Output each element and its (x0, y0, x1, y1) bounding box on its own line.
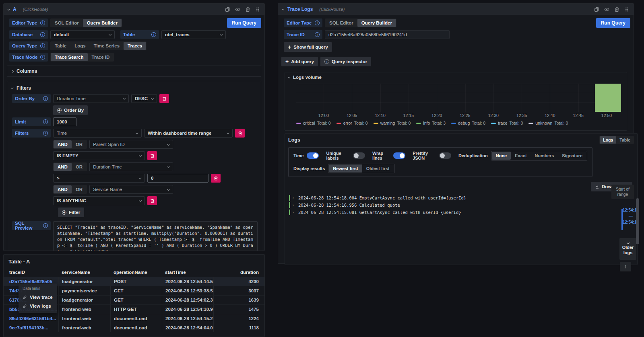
hide-response-icon[interactable] (604, 7, 609, 12)
legend-item-error[interactable]: errorTotal: 0 (336, 121, 368, 125)
option-oldest-first[interactable]: Oldest first (362, 164, 394, 173)
view-logs-menu-item[interactable]: View logs (19, 302, 57, 310)
option-logs[interactable]: Logs (600, 136, 616, 144)
legend-item-unknown[interactable]: unknownTotal: 0 (528, 121, 568, 125)
delete-query-icon[interactable] (245, 7, 250, 12)
trace-mode-group: Trace SearchTrace ID (50, 53, 114, 62)
option-newest-first[interactable]: Newest first (329, 164, 362, 173)
remove-filter-button[interactable] (235, 129, 245, 138)
option-table[interactable]: Table (616, 136, 634, 144)
legend-item-info[interactable]: infoTotal: 3 (416, 121, 446, 125)
x-axis-tick: 12:15 (403, 113, 414, 118)
option-time-series[interactable]: Time Series (90, 42, 124, 50)
prettify-json-switch[interactable] (439, 152, 451, 159)
columns-section-header[interactable]: Columns (7, 66, 261, 76)
legend-item-warning[interactable]: warningTotal: 0 (374, 121, 411, 125)
panel-a-header[interactable]: A (ClickHouse) (4, 4, 264, 15)
trace-id-link[interactable]: 9ce7af8194193b... (6, 323, 58, 332)
option-signature[interactable]: Signature (558, 152, 586, 160)
condition-operator-select[interactable]: IS ANYTHING (53, 196, 145, 205)
duplicate-query-icon[interactable] (594, 7, 599, 12)
view-trace-menu-item[interactable]: View trace (19, 293, 57, 302)
unique-labels-switch[interactable] (353, 152, 365, 159)
drag-handle-icon[interactable] (255, 7, 260, 12)
legend-item-debug[interactable]: debugTotal: 0 (451, 121, 485, 125)
scroll-to-top-button[interactable]: ↑ (620, 262, 631, 271)
option-exact[interactable]: Exact (511, 152, 530, 160)
query-inspector-button[interactable]: Query inspector (320, 57, 371, 66)
table-select[interactable]: otel_traces (161, 30, 226, 39)
x-axis-tick: 12:30 (488, 113, 499, 118)
run-query-button[interactable]: Run Query (596, 18, 630, 28)
remove-filter-button[interactable] (211, 174, 221, 183)
option-none[interactable]: None (492, 152, 511, 160)
wrap-lines-switch[interactable] (393, 152, 405, 159)
option-logs[interactable]: Logs (70, 42, 89, 50)
x-axis-ticks: 12:0012:0512:1012:1512:2012:2512:3012:35… (296, 113, 621, 119)
option-trace-id[interactable]: Trace ID (88, 53, 114, 61)
option-trace-search[interactable]: Trace Search (51, 53, 88, 61)
add-query-button[interactable]: +Add query (281, 57, 318, 66)
remove-order-by-button[interactable] (159, 94, 169, 103)
page-scrollbar-thumb[interactable] (636, 198, 639, 244)
expand-log-chevron-icon[interactable]: › (293, 210, 296, 214)
condition-field-select[interactable]: Service Name (89, 185, 173, 194)
drag-handle-icon[interactable] (624, 7, 630, 12)
option-numbers[interactable]: Numbers (531, 152, 558, 160)
order-by-field-select[interactable]: Duration Time (53, 94, 129, 103)
column-header-operationname[interactable]: operationName (110, 268, 162, 277)
logs-volume-header[interactable]: Logs volume (285, 72, 627, 81)
trace-id-input[interactable] (325, 30, 450, 39)
or-option[interactable]: OR (72, 185, 87, 193)
and-option[interactable]: AND (54, 140, 72, 148)
option-table[interactable]: Table (51, 42, 70, 50)
older-logs-button[interactable]: Older logs (619, 238, 636, 260)
filter-field-select[interactable]: Time (53, 129, 142, 138)
condition-operator-select[interactable]: > (53, 174, 145, 183)
column-header-traceid[interactable]: traceID (6, 268, 58, 277)
column-header-starttime[interactable]: startTime (162, 268, 213, 277)
option-sql-editor[interactable]: SQL Editor (51, 19, 83, 27)
column-header-duration[interactable]: duration (213, 268, 262, 277)
add-order-by-button[interactable]: Order By (53, 105, 88, 115)
column-header-servicename[interactable]: serviceName (58, 268, 110, 277)
order-by-direction-select[interactable]: DESC (131, 94, 157, 103)
hide-response-icon[interactable] (235, 7, 240, 12)
trace-logs-panel: Trace Logs (ClickHouse) Editor Type SQL … (278, 3, 634, 264)
database-select[interactable]: default (50, 30, 115, 39)
filter-scope-select[interactable]: Within dashboard time range (144, 129, 233, 138)
trace-id-link[interactable]: 89cf4286e631591b4... (6, 314, 58, 323)
or-option[interactable]: OR (72, 163, 87, 171)
run-query-button[interactable]: Run Query (227, 18, 261, 28)
remove-filter-button[interactable] (147, 196, 157, 205)
condition-field-select[interactable]: Duration Time (89, 162, 173, 171)
expand-log-chevron-icon[interactable]: › (293, 203, 296, 207)
option-query-builder[interactable]: Query Builder (83, 19, 122, 27)
remove-filter-button[interactable] (147, 151, 157, 160)
or-option[interactable]: OR (72, 140, 87, 148)
option-traces[interactable]: Traces (124, 42, 146, 50)
and-option[interactable]: AND (54, 185, 72, 193)
add-filter-button[interactable]: Filter (58, 208, 84, 217)
and-option[interactable]: AND (54, 163, 72, 171)
filters-time-row: Filters Time Within dashboard time range (10, 129, 258, 138)
expand-log-chevron-icon[interactable]: › (293, 196, 296, 200)
filters-section-header[interactable]: Filters (10, 84, 258, 94)
trace-logs-header[interactable]: Trace Logs (ClickHouse) (278, 4, 634, 15)
order-by-row: Order By Duration Time DESC (10, 94, 258, 103)
query-ref-title: Trace Logs (287, 6, 313, 12)
option-sql-editor[interactable]: SQL Editor (325, 19, 357, 27)
condition-value-input[interactable] (147, 174, 208, 183)
legend-item-critical[interactable]: criticalTotal: 0 (296, 121, 331, 125)
condition-operator-select[interactable]: IS EMPTY (53, 151, 145, 160)
condition-field-select[interactable]: Parent Span ID (89, 140, 173, 149)
duplicate-query-icon[interactable] (225, 7, 230, 12)
show-full-query-button[interactable]: +Show full query (284, 42, 332, 52)
legend-item-trace[interactable]: traceTotal: 0 (491, 121, 523, 125)
option-query-builder[interactable]: Query Builder (357, 19, 396, 27)
logs-section-header: Logs LogsTable (285, 134, 637, 145)
x-axis-tick: 12:00 (318, 113, 329, 118)
delete-query-icon[interactable] (614, 7, 619, 12)
time-switch[interactable] (307, 152, 319, 159)
limit-input[interactable] (53, 117, 76, 126)
